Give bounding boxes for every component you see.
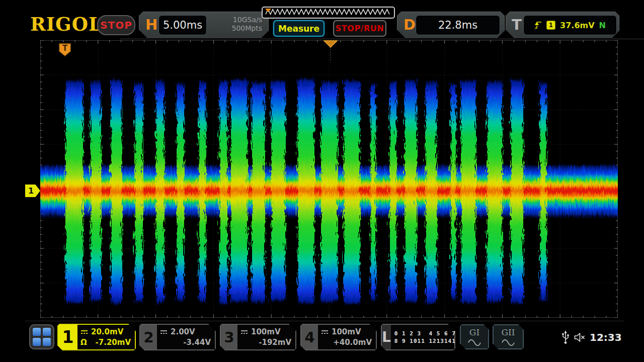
trigger-panel[interactable]: T 1 37.6mV N [506,12,619,38]
channel-4-number: 4 [301,325,318,349]
dc-coupling-icon [160,329,168,335]
menu-button[interactable] [29,324,54,349]
channel-1-box[interactable]: 1 20.0mV Ω -7.20mV [57,324,136,350]
topbar-divider [120,39,644,39]
channel-3-number: 3 [221,325,237,349]
waveform-display: T [40,40,618,318]
digital-channels-row1: 0 1 2 3 4 5 6 7 [394,330,460,337]
bottombar-divider [25,321,624,321]
delay-panel[interactable]: D 22.8ms [397,12,505,38]
logic-analyzer-label: L [382,325,391,349]
delay-value: 22.8ms [416,15,500,35]
timebase-value: 5.00ms [158,15,207,35]
digital-channels-row2: 8 9 1011 12131415 [394,338,460,344]
channel-2-box[interactable]: 2 2.00V -3.44V [139,324,216,350]
channel-4-box[interactable]: 4 100mV +40.0mV [300,324,377,350]
channel-1-impedance: Ω [80,337,87,347]
dc-coupling-icon [80,329,89,335]
channel-2-scale: 2.00V [171,327,195,337]
channel-3-scale: 100mV [251,327,281,337]
generator-1-label: GI [461,327,488,337]
trigger-source-badge: 1 [546,21,555,30]
speaker-muted-icon [574,332,586,342]
memory-zigzag [266,10,389,15]
window-marker-icon [265,9,271,13]
clock: 12:33 [590,331,622,343]
channel-4-offset: +40.0mV [333,337,372,347]
menu-square [43,338,51,346]
oscilloscope-screen: RIGOL STOP H 5.00ms 10GSa/s 500Mpts Meas… [0,0,644,362]
rigol-logo: RIGOL [30,13,102,35]
run-state-badge: STOP [97,15,135,35]
memory-position-strip[interactable] [262,7,395,19]
waveform-svg: T [40,40,618,318]
trigger-level-value: 37.6mV [560,21,595,30]
stop-run-button[interactable]: STOP/RUN [333,20,386,37]
memory-depth: 500Mpts [232,24,262,33]
horizontal-panel[interactable]: H 5.00ms 10GSa/s 500Mpts [139,12,269,38]
channel-2-number: 2 [140,325,157,349]
generator-1-button[interactable]: GI [460,324,489,349]
sample-rate: 10GSa/s [232,16,262,24]
channel-1-scale: 20.0mV [91,327,123,337]
generator-2-button[interactable]: GII [493,324,524,349]
trigger-coupling-flag: N [599,21,606,30]
svg-text:T: T [62,44,68,53]
horizontal-label: H [145,16,157,33]
channel-3-offset: -192mV [259,337,291,347]
menu-square [33,338,41,346]
rising-edge-icon [534,21,542,29]
sine-wave-icon [502,339,515,346]
channel-3-box[interactable]: 3 100mV -192mV [220,324,296,350]
menu-square [43,328,51,336]
measure-button[interactable]: Measure [273,20,325,37]
generator-2-label: GII [494,327,523,337]
dc-coupling-icon [321,329,329,335]
channel-1-number: 1 [58,325,77,349]
intensity-graded-waveform [40,76,618,304]
delay-label: D [404,16,416,33]
logic-analyzer-box[interactable]: L 0 1 2 3 4 5 6 7 8 9 1011 12131415 [381,324,455,350]
menu-square [33,328,41,336]
channel-4-scale: 100mV [332,327,361,337]
channel-1-position-marker[interactable]: 1 [25,185,40,197]
menu-grid-icon [33,328,51,346]
acquisition-info: 10GSa/s 500Mpts [232,16,262,33]
trigger-level-marker: T [59,44,70,56]
memory-waveform-icon [263,8,393,17]
usb-icon [561,330,570,344]
trigger-label: T [512,16,522,33]
dc-coupling-icon [240,329,249,335]
trigger-position-marker [324,41,337,47]
sine-wave-icon [468,339,481,346]
channel-2-offset: -3.44V [183,337,211,347]
trigger-value-box: 1 37.6mV N [523,15,617,35]
channel-1-offset: -7.20mV [96,337,131,347]
